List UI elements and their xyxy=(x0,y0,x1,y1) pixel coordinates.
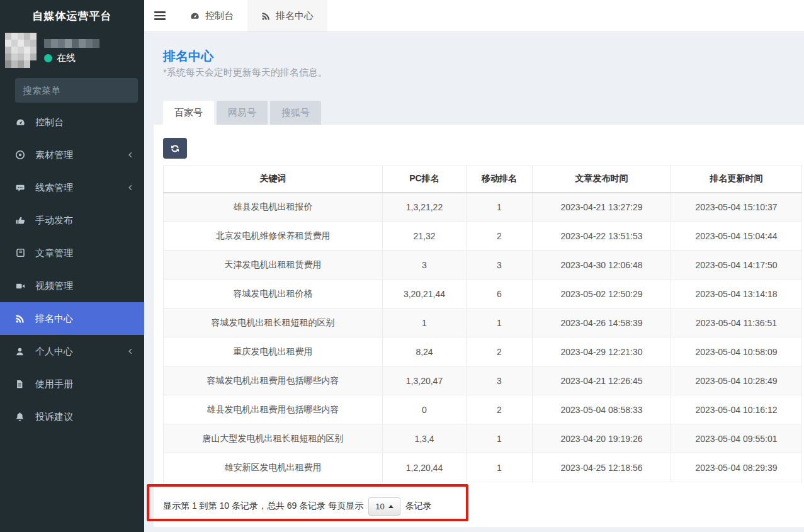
pagination: 显示第 1 到第 10 条记录，总共 69 条记录 每页显示 10 条记录 xyxy=(163,492,432,520)
sidebar-item-label: 手动发布 xyxy=(35,215,134,227)
table-cell: 容城发电机出租费用包括哪些内容 xyxy=(164,366,383,395)
sidebar-item-label: 排名中心 xyxy=(35,313,134,325)
tab-souhuhao[interactable]: 搜狐号 xyxy=(270,101,321,125)
table-cell: 2023-05-04 11:36:51 xyxy=(671,308,802,337)
table-body: 雄县发电机出租报价1,3,21,2212023-04-21 13:27:2920… xyxy=(164,193,802,482)
sidebar-item-articles[interactable]: 文章管理 xyxy=(0,237,144,269)
table-cell: 2 xyxy=(467,222,533,251)
table-row: 雄安新区发电机出租费用1,2,20,4412023-04-25 12:18:56… xyxy=(164,453,802,482)
sidebar-item-material[interactable]: 素材管理 xyxy=(0,139,144,171)
hamburger-icon xyxy=(154,10,166,22)
table-cell: 8,24 xyxy=(383,337,467,366)
table-cell: 2023-04-25 12:18:56 xyxy=(533,453,671,482)
sidebar-item-label: 素材管理 xyxy=(35,149,127,161)
rss-icon xyxy=(261,11,271,21)
gauge-icon xyxy=(15,117,28,127)
navbar-tab-ranking[interactable]: 排名中心 xyxy=(247,0,327,31)
table-cell: 天津发电机出租租赁费用 xyxy=(164,251,383,280)
app-title: 自媒体运营平台 xyxy=(0,0,144,31)
sidebar-item-label: 线索管理 xyxy=(35,182,127,194)
sidebar-item-ranking[interactable]: 排名中心 xyxy=(0,302,144,335)
table-row: 容城发电机出租价格3,20,21,4462023-05-02 12:50:292… xyxy=(164,280,802,308)
table-cell: 2023-05-04 08:58:33 xyxy=(533,395,671,424)
table-cell: 北京发电机维修保养租赁费用 xyxy=(164,222,383,251)
sidebar-item-videos[interactable]: 视频管理 xyxy=(0,269,144,302)
navbar-tab-dashboard[interactable]: 控制台 xyxy=(176,0,247,31)
table-cell: 2023-05-04 15:04:44 xyxy=(671,222,802,251)
table-cell: 容城发电机出租价格 xyxy=(164,280,383,308)
table-cell: 重庆发电机出租费用 xyxy=(164,337,383,366)
refresh-icon xyxy=(170,144,180,154)
table-cell: 21,32 xyxy=(383,222,467,251)
sidebar: 自媒体运营平台 在线 控制 xyxy=(0,0,144,532)
table-row: 容城发电机出租费用包括哪些内容1,3,20,4732023-04-21 12:2… xyxy=(164,366,802,395)
avatar xyxy=(5,33,37,68)
table-cell: 雄安新区发电机出租费用 xyxy=(164,453,383,482)
sidebar-item-dashboard[interactable]: 控制台 xyxy=(0,106,144,139)
file-icon xyxy=(15,379,28,389)
platform-tabs: 百家号 网易号 搜狐号 xyxy=(163,101,321,125)
pagination-suffix: 条记录 xyxy=(405,501,432,512)
search-input[interactable] xyxy=(23,85,148,96)
sidebar-item-manual-publish[interactable]: 手动发布 xyxy=(0,204,144,237)
sidebar-item-profile[interactable]: 个人中心 xyxy=(0,335,144,368)
table-cell: 2023-04-21 13:27:29 xyxy=(533,193,671,222)
page-subtitle: *系统每天会定时更新每天的排名信息。 xyxy=(163,67,327,79)
table-cell: 3 xyxy=(467,366,533,395)
table-cell: 唐山大型发电机出租长租短租的区别 xyxy=(164,424,383,453)
table-cell: 1,3,21,22 xyxy=(383,193,467,222)
table-cell: 雄县发电机出租费用包括哪些内容 xyxy=(164,395,383,424)
table-cell: 2 xyxy=(467,337,533,366)
table-row: 北京发电机维修保养租赁费用21,3222023-04-22 13:51:5320… xyxy=(164,222,802,251)
table-cell: 雄县发电机出租报价 xyxy=(164,193,383,222)
column-header-update-time: 排名更新时间 xyxy=(671,166,802,193)
sidebar-search[interactable] xyxy=(15,78,138,103)
user-icon xyxy=(15,346,28,356)
table-cell: 1,3,4 xyxy=(383,424,467,453)
table-cell: 2023-05-04 09:55:01 xyxy=(671,424,802,453)
table-cell: 2023-05-02 12:50:29 xyxy=(533,280,671,308)
navbar-tab-label: 控制台 xyxy=(205,10,234,22)
column-header-mobile-rank: 移动排名 xyxy=(467,166,533,193)
tab-wangyihao[interactable]: 网易号 xyxy=(217,101,268,125)
video-icon xyxy=(15,281,28,291)
main-area: 控制台 排名中心 排名中心 *系统每天会定时更新每天的排名信息。 百家号 网易号… xyxy=(144,0,804,532)
table-cell: 2023-05-04 13:14:18 xyxy=(671,280,802,308)
gauge-icon xyxy=(190,11,200,21)
table-cell: 2023-04-21 12:26:45 xyxy=(533,366,671,395)
table-cell: 3 xyxy=(383,251,467,280)
table-cell: 1 xyxy=(467,193,533,222)
sidebar-item-leads[interactable]: 线索管理 xyxy=(0,171,144,204)
sidebar-item-label: 个人中心 xyxy=(35,346,127,358)
sidebar-item-label: 使用手册 xyxy=(35,378,134,390)
user-name-blurred xyxy=(44,39,99,48)
pagination-info: 显示第 1 到第 10 条记录，总共 69 条记录 每页显示 xyxy=(163,501,363,512)
sidebar-menu: 控制台 素材管理 线索管理 xyxy=(0,106,144,433)
sidebar-toggle-button[interactable] xyxy=(144,0,176,31)
navbar-tab-label: 排名中心 xyxy=(276,10,314,22)
table-cell: 1 xyxy=(467,308,533,337)
table-row: 天津发电机出租租赁费用332023-04-30 12:06:482023-05-… xyxy=(164,251,802,280)
top-navbar: 控制台 排名中心 xyxy=(144,0,804,32)
sidebar-item-label: 控制台 xyxy=(35,116,134,128)
table-cell: 3 xyxy=(467,251,533,280)
tab-baijiahao[interactable]: 百家号 xyxy=(163,101,214,125)
ranking-table: 关键词 PC排名 移动排名 文章发布时间 排名更新时间 雄县发电机出租报价1,3… xyxy=(163,166,802,482)
sidebar-item-feedback[interactable]: 投诉建议 xyxy=(0,400,144,433)
table-cell: 2023-05-04 08:29:39 xyxy=(671,453,802,482)
comment-icon xyxy=(15,183,28,193)
thumbs-up-icon xyxy=(15,215,28,225)
table-cell: 2023-04-20 19:19:26 xyxy=(533,424,671,453)
book-icon xyxy=(15,248,28,258)
table-cell: 2023-04-30 12:06:48 xyxy=(533,251,671,280)
sidebar-item-manual[interactable]: 使用手册 xyxy=(0,368,144,400)
refresh-button[interactable] xyxy=(163,138,187,159)
chevron-left-icon xyxy=(127,184,134,191)
table-cell: 容城发电机出租长租短租的区别 xyxy=(164,308,383,337)
online-status: 在线 xyxy=(44,52,76,64)
online-dot-icon xyxy=(44,54,52,62)
table-cell: 6 xyxy=(467,280,533,308)
table-cell: 1,3,20,47 xyxy=(383,366,467,395)
page-size-dropdown[interactable]: 10 xyxy=(368,497,400,516)
table-cell: 2023-05-04 10:16:12 xyxy=(671,395,802,424)
